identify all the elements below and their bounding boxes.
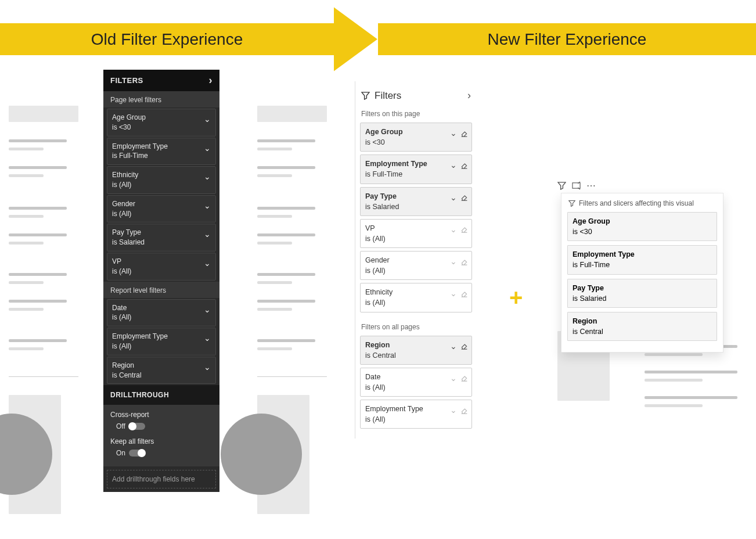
popup-filter-name: Region [573, 316, 712, 326]
banner-arrow-icon [334, 8, 377, 71]
old-filter-card[interactable]: VP is (All) [107, 253, 216, 281]
new-filter-card[interactable]: Employment Type is (All) [360, 400, 472, 429]
eraser-icon[interactable] [460, 374, 468, 382]
chevron-right-icon[interactable] [209, 74, 213, 87]
popup-filter-name: Age Group [573, 216, 712, 227]
ghost-line [257, 242, 292, 245]
new-filter-card[interactable]: Date is (All) [360, 368, 472, 397]
eraser-icon[interactable] [460, 290, 468, 297]
chevron-down-icon[interactable] [450, 372, 457, 384]
new-filter-card[interactable]: Age Group is <30 [360, 123, 472, 152]
ghost-line [9, 148, 44, 150]
chevron-down-icon[interactable] [204, 333, 211, 344]
ghost-divider [9, 376, 78, 377]
ghost-line [9, 339, 67, 342]
eraser-icon[interactable] [460, 407, 468, 414]
eraser-icon[interactable] [460, 161, 468, 169]
chevron-down-icon[interactable] [204, 200, 211, 212]
new-filter-card[interactable]: Region is Central [360, 336, 472, 365]
old-panel-header[interactable]: FILTERS [103, 70, 219, 91]
ghost-line [9, 347, 44, 350]
eraser-icon[interactable] [460, 225, 468, 233]
old-filter-value: is (All) [112, 209, 211, 219]
ghost-line [257, 166, 315, 169]
old-filter-value: is (All) [112, 267, 211, 276]
ghost-line [9, 273, 67, 276]
chevron-down-icon[interactable] [450, 340, 457, 352]
ghost-line [257, 207, 315, 210]
eraser-icon[interactable] [460, 193, 468, 201]
old-filter-name: Employment Type [112, 332, 211, 342]
chevron-down-icon[interactable] [204, 362, 211, 373]
chevron-down-icon[interactable] [204, 143, 211, 154]
ghost-line [9, 281, 44, 284]
ghost-divider [257, 376, 327, 377]
plus-icon: + [509, 285, 523, 311]
chevron-down-icon[interactable] [450, 127, 457, 139]
drillthrough-header: DRILLTHROUGH [103, 385, 219, 405]
old-filter-card[interactable]: Ethnicity is (All) [107, 166, 216, 194]
ghost-block [257, 106, 327, 122]
chevron-down-icon[interactable] [450, 159, 457, 171]
chevron-down-icon[interactable] [450, 224, 457, 235]
old-filter-card[interactable]: Pay Type is Salaried [107, 224, 216, 251]
chevron-down-icon[interactable] [204, 171, 211, 183]
new-filter-panel: Filters Filters on this page Age Group i… [355, 81, 477, 439]
old-filter-name: Gender [112, 199, 211, 209]
old-filter-value: is <30 [112, 123, 211, 132]
old-filter-card[interactable]: Employment Type is Full-Time [107, 138, 216, 166]
old-filter-card[interactable]: Employment Type is (All) [107, 328, 216, 355]
more-options-icon[interactable] [586, 180, 596, 191]
old-report-filters-label: Report level filters [103, 282, 219, 298]
new-filter-card[interactable]: Ethnicity is (All) [360, 283, 472, 312]
ghost-line [257, 174, 292, 177]
old-filter-card[interactable]: Region is Central [107, 357, 216, 385]
old-filter-value: is Salaried [112, 238, 211, 247]
funnel-icon [568, 200, 575, 207]
ghost-line [257, 148, 292, 150]
old-filter-card[interactable]: Date is (All) [107, 299, 216, 327]
chevron-down-icon[interactable] [450, 192, 457, 203]
ghost-line [645, 353, 703, 356]
chevron-down-icon[interactable] [450, 256, 457, 267]
chevron-down-icon[interactable] [450, 288, 457, 299]
old-filter-name: Employment Type [112, 142, 211, 152]
chevron-right-icon[interactable] [467, 89, 471, 102]
ghost-line [257, 139, 315, 142]
chevron-down-icon[interactable] [450, 404, 457, 416]
popup-filter-card: Region is Central [567, 312, 717, 341]
eraser-icon[interactable] [460, 258, 468, 265]
popup-filter-name: Pay Type [573, 283, 712, 293]
new-filter-card[interactable]: Pay Type is Salaried [360, 187, 472, 216]
chevron-down-icon[interactable] [204, 304, 211, 316]
new-filter-card[interactable]: VP is (All) [360, 219, 472, 248]
funnel-icon[interactable] [557, 181, 566, 190]
chevron-down-icon[interactable] [204, 229, 211, 240]
ghost-line [9, 300, 67, 303]
chevron-down-icon[interactable] [204, 258, 211, 270]
focus-mode-icon[interactable] [572, 181, 581, 190]
ghost-line [645, 396, 737, 399]
ghost-line [257, 281, 292, 284]
popup-filter-value: is Salaried [573, 293, 712, 304]
old-filter-card[interactable]: Gender is (All) [107, 195, 216, 223]
ghost-line [257, 273, 315, 276]
ghost-line [257, 215, 292, 218]
eraser-icon[interactable] [460, 130, 468, 137]
filters-on-all-pages-label: Filters on all pages [355, 321, 477, 335]
cross-report-toggle[interactable] [129, 423, 145, 430]
ghost-line [9, 233, 67, 236]
banner-old-title: Old Filter Experience [0, 23, 334, 55]
banner-new-title: New Filter Experience [378, 23, 756, 55]
drillthrough-placeholder[interactable]: Add drillthrough fields here [107, 470, 216, 488]
old-filter-name: Date [112, 303, 211, 313]
popup-filter-card: Employment Type is Full-Time [567, 245, 717, 274]
chevron-down-icon[interactable] [204, 114, 211, 125]
new-filter-card[interactable]: Gender is (All) [360, 251, 472, 280]
ghost-line [9, 207, 67, 210]
eraser-icon[interactable] [460, 342, 468, 350]
keep-filters-toggle[interactable] [129, 450, 145, 457]
new-filter-card[interactable]: Employment Type is Full-Time [360, 154, 472, 184]
old-filter-card[interactable]: Age Group is <30 [107, 109, 216, 136]
filters-on-page-label: Filters on this page [355, 107, 477, 121]
